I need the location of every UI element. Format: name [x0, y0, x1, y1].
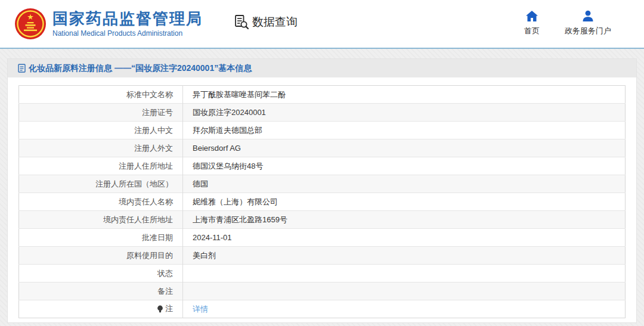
row-value: 拜尔斯道夫德国总部 — [183, 122, 626, 139]
nav-portal-label: 政务服务门户 — [565, 26, 611, 36]
nav-portal[interactable]: 政务服务门户 — [565, 10, 611, 36]
row-label: 注册证号 — [19, 104, 183, 122]
table-row: 批准日期 2024-11-01 — [19, 229, 626, 247]
row-value: 详情 — [183, 300, 626, 318]
page-title: 化妆品新原料注册信息 ——“国妆原注字20240001”基本信息 — [29, 63, 252, 74]
registration-info-table: 标准中文名称 异丁酰胺基噻唑基间苯二酚 注册证号 国妆原注字20240001 注… — [18, 85, 626, 318]
row-value: 美白剂 — [183, 247, 626, 265]
row-value: 上海市青浦区北盈路1659号 — [183, 211, 626, 229]
table-row: 备注 — [19, 282, 626, 300]
brand-text: 国家药品监督管理局 National Medical Products Admi… — [52, 10, 203, 38]
table-row: 注册人中文 拜尔斯道夫德国总部 — [19, 122, 626, 139]
header-nav: 首页 政务服务门户 — [524, 10, 611, 36]
row-value: 异丁酰胺基噻唑基间苯二酚 — [183, 86, 626, 104]
row-label: 标准中文名称 — [19, 86, 183, 104]
table-row: 状态 — [19, 265, 626, 282]
document-magnifier-icon — [234, 14, 249, 30]
table-row-note: 注 详情 — [19, 300, 626, 318]
row-label: 注册人所在国（地区） — [19, 175, 183, 193]
row-value: Beiersdorf AG — [183, 139, 626, 157]
nav-home[interactable]: 首页 — [524, 10, 540, 36]
row-value: 国妆原注字20240001 — [183, 104, 626, 122]
table-row: 注册人外文 Beiersdorf AG — [19, 139, 626, 157]
nav-data-query[interactable]: 数据查询 — [234, 14, 298, 30]
nav-home-label: 首页 — [524, 26, 540, 36]
table-row: 注册证号 国妆原注字20240001 — [19, 104, 626, 122]
home-icon — [525, 10, 538, 22]
row-label: 批准日期 — [19, 229, 183, 247]
table-row: 境内责任人住所地址 上海市青浦区北盈路1659号 — [19, 211, 626, 229]
row-value — [183, 265, 626, 282]
detail-link[interactable]: 详情 — [193, 305, 208, 313]
table-row: 原料使用目的 美白剂 — [19, 247, 626, 265]
org-name-cn: 国家药品监督管理局 — [52, 10, 203, 27]
row-value: 德国汉堡乌纳街48号 — [183, 157, 626, 175]
row-label: 注 — [19, 300, 183, 318]
row-label: 注册人中文 — [19, 122, 183, 139]
note-label: 注 — [165, 303, 173, 314]
row-value: 德国 — [183, 175, 626, 193]
national-emblem-logo — [15, 8, 46, 39]
table-row: 标准中文名称 异丁酰胺基噻唑基间苯二酚 — [19, 86, 626, 104]
table-row: 境内责任人名称 妮维雅（上海）有限公司 — [19, 193, 626, 211]
brand: 国家药品监督管理局 National Medical Products Admi… — [15, 8, 203, 39]
row-label: 备注 — [19, 282, 183, 300]
row-label: 境内责任人住所地址 — [19, 211, 183, 229]
panel-titlebar: 化妆品新原料注册信息 ——“国妆原注字20240001”基本信息 — [8, 59, 636, 77]
table-row: 注册人所在国（地区） 德国 — [19, 175, 626, 193]
row-label: 状态 — [19, 265, 183, 282]
row-label: 境内责任人名称 — [19, 193, 183, 211]
row-value — [183, 282, 626, 300]
person-icon — [581, 10, 595, 22]
content-panel: 化妆品新原料注册信息 ——“国妆原注字20240001”基本信息 标准中文名称 … — [7, 58, 637, 323]
row-value: 妮维雅（上海）有限公司 — [183, 193, 626, 211]
org-name-en: National Medical Products Administration — [52, 29, 203, 38]
row-value: 2024-11-01 — [183, 229, 626, 247]
row-label: 原料使用目的 — [19, 247, 183, 265]
row-label: 注册人外文 — [19, 139, 183, 157]
data-query-label: 数据查询 — [252, 14, 298, 30]
table-row: 注册人住所地址 德国汉堡乌纳街48号 — [19, 157, 626, 175]
row-label: 注册人住所地址 — [19, 157, 183, 175]
bulb-icon — [157, 305, 163, 313]
document-icon — [18, 64, 26, 73]
site-header: 国家药品监督管理局 National Medical Products Admi… — [0, 0, 644, 49]
